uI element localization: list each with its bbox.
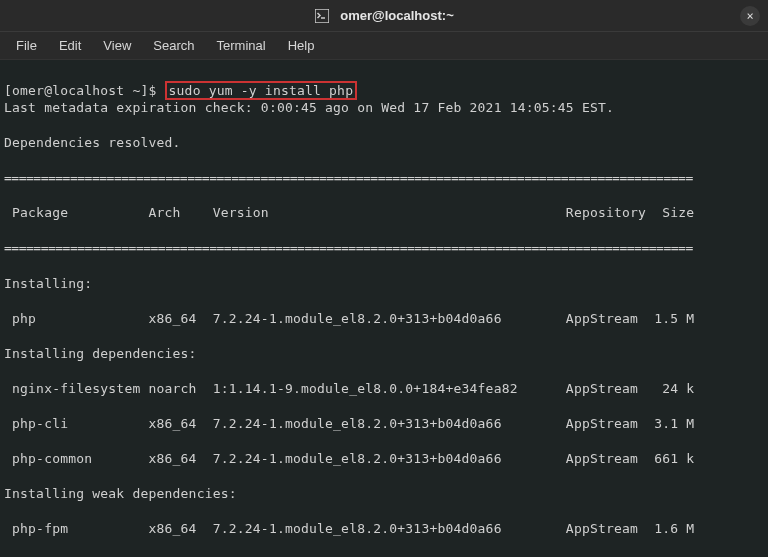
output-line: Dependencies resolved. — [4, 134, 764, 152]
table-header: Package Arch Version Repository Size — [4, 204, 764, 222]
shell-prompt: [omer@localhost ~]$ — [4, 83, 165, 98]
section-title: Installing: — [4, 275, 764, 293]
menu-help[interactable]: Help — [278, 34, 325, 57]
terminal-icon — [314, 8, 330, 24]
close-icon: × — [746, 9, 753, 23]
svg-rect-0 — [315, 9, 329, 23]
section-title: Installing dependencies: — [4, 345, 764, 363]
window-title: omer@localhost:~ — [340, 8, 453, 23]
terminal-output[interactable]: [omer@localhost ~]$ sudo yum -y install … — [0, 60, 768, 557]
table-row: php x86_64 7.2.24-1.module_el8.2.0+313+b… — [4, 310, 764, 328]
section-title: Installing weak dependencies: — [4, 485, 764, 503]
menu-search[interactable]: Search — [143, 34, 204, 57]
highlighted-command: sudo yum -y install php — [165, 81, 358, 100]
menu-edit[interactable]: Edit — [49, 34, 91, 57]
table-row: php-common x86_64 7.2.24-1.module_el8.2.… — [4, 450, 764, 468]
table-row: php-cli x86_64 7.2.24-1.module_el8.2.0+3… — [4, 415, 764, 433]
menubar: File Edit View Search Terminal Help — [0, 32, 768, 60]
separator-line: ========================================… — [4, 239, 764, 257]
output-line: Last metadata expiration check: 0:00:45 … — [4, 99, 764, 117]
table-row: php-fpm x86_64 7.2.24-1.module_el8.2.0+3… — [4, 520, 764, 538]
separator-line: ========================================… — [4, 169, 764, 187]
menu-view[interactable]: View — [93, 34, 141, 57]
close-button[interactable]: × — [740, 6, 760, 26]
table-row: nginx-filesystem noarch 1:1.14.1-9.modul… — [4, 380, 764, 398]
menu-file[interactable]: File — [6, 34, 47, 57]
titlebar: omer@localhost:~ × — [0, 0, 768, 32]
menu-terminal[interactable]: Terminal — [207, 34, 276, 57]
